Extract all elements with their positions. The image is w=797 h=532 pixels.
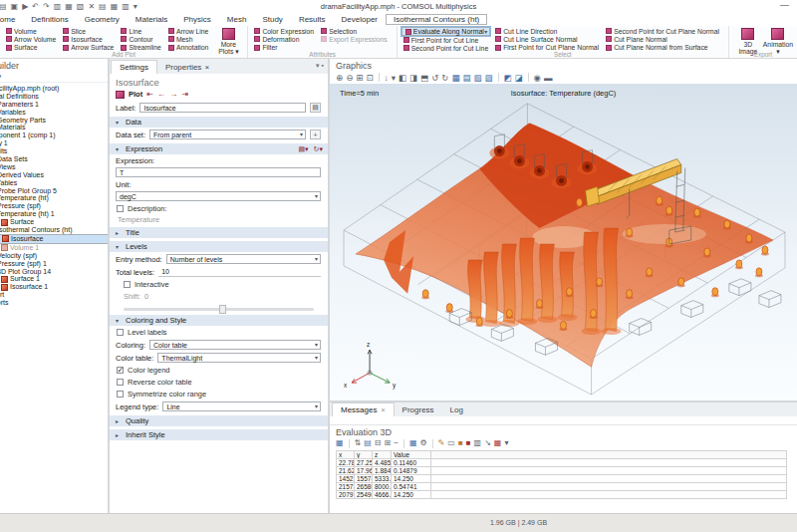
ribbon-tab-results[interactable]: Results	[291, 14, 334, 25]
tab-messages[interactable]: Messages×	[332, 402, 395, 416]
save-icon[interactable]: ▤	[0, 2, 7, 12]
unit-select[interactable]: degC	[116, 191, 321, 201]
coloring-select[interactable]: Color table	[149, 340, 321, 350]
graphics-scene[interactable]: z x y Time=5 min Isosurface: Temperature…	[330, 84, 797, 400]
zoom-out-icon[interactable]: ⊖	[346, 73, 353, 83]
section-levels[interactable]: Levels	[110, 241, 328, 252]
ribbon-item-second-point-for-cut-plane-normal[interactable]: Second Point for Cut Plane Normal	[604, 27, 721, 35]
close-icon[interactable]: ×	[381, 406, 385, 413]
tree-item-derived-values[interactable]: Derived Values	[0, 171, 110, 179]
eraser-icon[interactable]: ▭	[447, 438, 455, 448]
data-set-select[interactable]: From parent	[149, 130, 306, 139]
show-window-icon[interactable]: ▣	[11, 2, 19, 12]
slider-thumb[interactable]	[219, 305, 226, 314]
table-row[interactable]: 21573265808000.00.54741	[337, 483, 787, 491]
plot-button[interactable]: Plot	[129, 90, 142, 99]
minimize-button[interactable]: —	[780, 0, 789, 10]
expression-input[interactable]: T	[116, 167, 321, 177]
tree-item-dramafacilityapp-mph-root[interactable]: dramaFacilityApp.mph (root)	[0, 85, 110, 93]
section-data[interactable]: Data	[110, 117, 328, 128]
total-levels-input[interactable]: 10	[158, 267, 321, 277]
tree-item-variables[interactable]: Variables	[0, 109, 110, 117]
ribbon-tab-materials[interactable]: Materials	[128, 14, 175, 25]
tree-item-temperature-ht-1[interactable]: Temperature (ht) 1	[0, 210, 110, 218]
grid-icon[interactable]: ▤	[462, 73, 470, 83]
close-icon[interactable]: ×	[204, 63, 209, 72]
tree-item-isosurface-1[interactable]: Isosurface 1	[0, 283, 110, 291]
clipping-icon[interactable]: ▨	[484, 73, 492, 83]
tree-item-tables[interactable]: Tables	[0, 179, 110, 187]
tree-item-views[interactable]: Views	[0, 163, 110, 171]
rename-button[interactable]: ▤	[310, 103, 321, 113]
description-checkbox[interactable]	[117, 205, 124, 212]
select-box-icon[interactable]: ◩	[504, 73, 512, 83]
tree-item-reports[interactable]: Reports	[0, 299, 110, 307]
zoom-in-icon[interactable]: ⊕	[336, 73, 343, 83]
level-labels-checkbox[interactable]	[117, 329, 124, 336]
ribbon-tab-mesh[interactable]: Mesh	[219, 14, 255, 25]
expression-menu-icon[interactable]: ▤▾	[298, 145, 308, 153]
ribbon-tab-physics[interactable]: Physics	[175, 14, 219, 25]
view-xy-icon[interactable]: ◧	[398, 73, 406, 83]
table-window-icon[interactable]: ▦	[409, 438, 417, 448]
legend-type-select[interactable]: Line	[162, 401, 321, 411]
snapshot-icon[interactable]: ◉	[534, 73, 541, 83]
shift-slider[interactable]	[124, 308, 314, 311]
copy-icon[interactable]: ▥	[54, 2, 62, 12]
ribbon-item-arrow-volume[interactable]: Arrow Volume	[4, 35, 58, 43]
data-set-add-button[interactable]: +	[310, 130, 321, 139]
table-view-icon[interactable]: ▤	[99, 2, 107, 12]
panel-menu-icon[interactable]: ▾ ▪	[316, 62, 324, 70]
ribbon-item-deformation[interactable]: Deformation	[252, 35, 316, 43]
split-columns-icon[interactable]: ⊞	[385, 438, 392, 448]
copy-table-icon[interactable]: ▥	[474, 438, 482, 448]
export-table-icon[interactable]: ↘	[484, 438, 491, 448]
ribbon-tab-home[interactable]: Home	[0, 14, 23, 25]
tree-item-pressure-spf-1[interactable]: Pressure (spf) 1	[0, 260, 110, 268]
cell-color-icon[interactable]: ■	[458, 438, 463, 448]
duplicate-icon[interactable]: ▧	[77, 2, 85, 12]
print-icon[interactable]: ▬	[544, 73, 553, 83]
ribbon-item-slice[interactable]: Slice	[61, 27, 116, 35]
ribbon-tab-isothermal-contours-ht[interactable]: Isothermal Contours (ht)	[386, 14, 487, 25]
section-inherit-style[interactable]: Inherit Style	[110, 429, 328, 440]
tree-item-export[interactable]: Export	[0, 291, 110, 299]
label-input[interactable]: Isosurface	[139, 103, 306, 113]
tab-progress[interactable]: Progress	[395, 403, 442, 416]
sort-icon[interactable]: ⇅	[355, 438, 362, 448]
section-expression[interactable]: Expression ▤▾↻▾	[110, 143, 328, 154]
ribbon-item-cut-line-direction[interactable]: Cut Line Direction	[493, 27, 601, 35]
update-icon[interactable]: ▦	[494, 438, 502, 448]
interactive-checkbox[interactable]	[124, 281, 131, 288]
ribbon-item-first-point-for-cut-line[interactable]: First Point for Cut Line	[401, 36, 490, 44]
rotate-cw-icon[interactable]: ↻	[441, 73, 448, 83]
list-view-icon[interactable]: ▥	[122, 2, 130, 12]
rotate-ccw-icon[interactable]: ↺	[431, 73, 438, 83]
paint-icon[interactable]: ✎	[438, 438, 445, 448]
tree-item-temperature-ht[interactable]: Temperature (ht)	[0, 194, 110, 202]
ribbon-item-color-expression[interactable]: Color Expression	[252, 27, 316, 35]
tree-item-isosurface[interactable]: Isosurface	[0, 234, 110, 244]
ribbon-item-cut-line-surface-normal[interactable]: Cut Line Surface Normal	[493, 35, 601, 43]
ribbon-item-line[interactable]: Line	[119, 27, 163, 35]
undo-icon[interactable]: ↶	[32, 2, 39, 12]
ribbon-item-arrow-line[interactable]: Arrow Line	[166, 27, 211, 35]
entry-method-select[interactable]: Number of levels	[166, 254, 321, 264]
tree-item-probe-plot-group-5[interactable]: Probe Plot Group 5	[0, 187, 110, 195]
node-more-icon[interactable]: ▾	[0, 73, 1, 81]
view-yz-icon[interactable]: ◨	[409, 73, 417, 83]
group-view-icon[interactable]: ▦	[111, 2, 119, 12]
table-row[interactable]: 21.62917.9671.88410.14879	[337, 467, 787, 475]
table-format-icon[interactable]: ▤	[364, 438, 372, 448]
tree-item-surface[interactable]: Surface	[0, 218, 110, 226]
tree-item-study-1[interactable]: Study 1	[0, 139, 110, 147]
tree-item-surface-1[interactable]: Surface 1	[0, 275, 110, 283]
tree-item-isothermal-contours-ht[interactable]: Isothermal Contours (ht)	[0, 226, 110, 234]
ribbon-tab-definitions[interactable]: Definitions	[23, 14, 76, 25]
tree-item-velocity-spf[interactable]: Velocity (spf)	[0, 252, 110, 260]
ribbon-item-cut-plane-normal[interactable]: Cut Plane Normal	[604, 35, 721, 43]
tree-item-parameters-1[interactable]: Parameters 1	[0, 101, 110, 109]
tree-item-data-sets[interactable]: Data Sets	[0, 155, 110, 163]
symmetrize-color-range-checkbox[interactable]	[117, 391, 124, 398]
expression-refresh-icon[interactable]: ↻▾	[314, 145, 323, 153]
